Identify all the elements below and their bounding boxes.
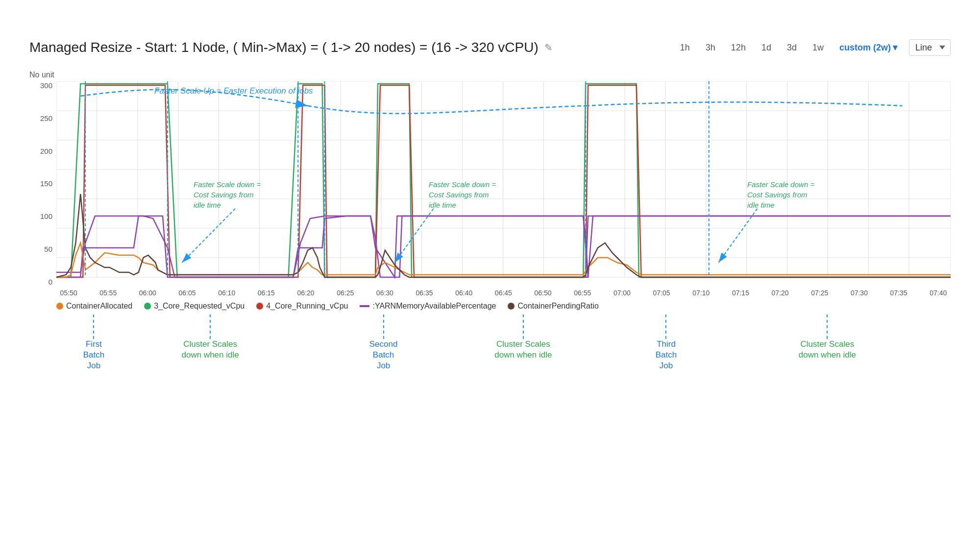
chart-svg-container: Faster Scale Up = Faster Execution of jo…	[56, 81, 951, 287]
x-label-0620: 06:20	[294, 289, 318, 297]
edit-icon[interactable]: ✎	[544, 42, 553, 53]
x-label-0645: 06:45	[491, 289, 515, 297]
scale-down-annotation-3: Faster Scale down =Cost Savings fromidle…	[747, 179, 814, 210]
y-label-150: 150	[40, 179, 52, 188]
y-label-50: 50	[44, 245, 52, 253]
x-axis: 05:50 05:55 06:00 06:05 06:10 06:15 06:2…	[56, 289, 951, 297]
legend-dot-container-allocated	[56, 303, 63, 310]
annotation-cluster-down-1: Cluster Scalesdown when idle	[182, 314, 239, 360]
x-label-0735: 07:35	[886, 289, 911, 297]
x-label-0725: 07:25	[808, 289, 832, 297]
legend-container-pending: ContainerPendingRatio	[508, 302, 598, 311]
svg-line-37	[182, 209, 235, 263]
x-label-0555: 05:55	[96, 289, 121, 297]
x-label-0715: 07:15	[728, 289, 753, 297]
legend-container-allocated: ContainerAllocated	[56, 302, 132, 311]
x-label-0640: 06:40	[452, 289, 476, 297]
no-unit-label: No unit	[29, 71, 951, 79]
chart-type-select[interactable]: Line Bar Area	[909, 39, 951, 56]
annotation-cluster-down-3-label: Cluster Scalesdown when idle	[799, 339, 856, 360]
legend-line-yarn	[360, 305, 369, 307]
bottom-annotations-area: FirstBatchJob Cluster Scalesdown when id…	[56, 314, 951, 388]
annotation-cluster-down-3: Cluster Scalesdown when idle	[799, 314, 856, 360]
chart-area: No unit 300 250 200 150 100 50 0	[29, 71, 951, 388]
chart-title: Managed Resize - Start: 1 Node, ( Min->M…	[29, 40, 553, 55]
x-label-0635: 06:35	[412, 289, 437, 297]
annotation-first-batch: FirstBatchJob	[83, 314, 104, 371]
x-label-0740: 07:40	[926, 289, 951, 297]
annotation-cluster-down-2: Cluster Scalesdown when idle	[494, 314, 552, 360]
chevron-down-icon: ▾	[893, 42, 897, 53]
legend-dot-container-pending	[508, 303, 514, 310]
y-label-200: 200	[40, 147, 52, 155]
legend-label-3core: 3_Core_Requested_vCpu	[154, 302, 245, 311]
legend-label-4core: 4_Core_Running_vCpu	[266, 302, 348, 311]
header-row: Managed Resize - Start: 1 Node, ( Min->M…	[29, 39, 951, 56]
annotation-cluster-down-2-label: Cluster Scalesdown when idle	[494, 339, 552, 360]
x-label-0655: 06:55	[570, 289, 595, 297]
x-label-0730: 07:30	[847, 289, 871, 297]
legend-row: ContainerAllocated 3_Core_Requested_vCpu…	[56, 302, 951, 311]
y-label-250: 250	[40, 114, 52, 122]
chart-wrapper: 300 250 200 150 100 50 0	[29, 81, 951, 287]
x-label-0710: 07:10	[689, 289, 713, 297]
legend-label-container-pending: ContainerPendingRatio	[517, 302, 598, 311]
annotation-third-batch-label: ThirdBatchJob	[656, 339, 677, 371]
x-label-0605: 06:05	[175, 289, 199, 297]
x-label-0720: 07:20	[768, 289, 792, 297]
annotation-first-batch-label: FirstBatchJob	[83, 339, 104, 371]
annotation-third-batch: ThirdBatchJob	[656, 314, 677, 371]
time-btn-12h[interactable]: 12h	[727, 41, 750, 55]
x-label-0625: 06:25	[333, 289, 358, 297]
x-label-0700: 07:00	[610, 289, 634, 297]
x-label-0615: 06:15	[254, 289, 278, 297]
legend-3core: 3_Core_Requested_vCpu	[144, 302, 245, 311]
time-btn-3h[interactable]: 3h	[702, 41, 719, 55]
x-label-0650: 06:50	[531, 289, 555, 297]
legend-dot-3core	[144, 303, 151, 310]
y-label-100: 100	[40, 212, 52, 220]
annotation-second-batch: SecondBatchJob	[369, 314, 398, 371]
legend-dot-4core	[256, 303, 263, 310]
legend-label-container-allocated: ContainerAllocated	[66, 302, 132, 311]
time-btn-custom[interactable]: custom (2w) ▾	[835, 40, 901, 55]
legend-label-yarn: :YARNMemoryAvailablePercentage	[372, 302, 496, 311]
annotation-second-batch-label: SecondBatchJob	[369, 339, 398, 371]
time-btn-1w[interactable]: 1w	[808, 41, 828, 55]
y-label-300: 300	[40, 81, 52, 90]
scale-down-annotation-1: Faster Scale down =Cost Savings fromidle…	[194, 179, 261, 210]
faster-scale-up-annotation: Faster Scale Up = Faster Execution of jo…	[154, 86, 313, 96]
custom-label: custom (2w)	[839, 43, 891, 53]
chart-svg	[56, 81, 951, 287]
y-label-0: 0	[49, 278, 52, 286]
title-text: Managed Resize - Start: 1 Node, ( Min->M…	[29, 40, 539, 55]
x-label-0600: 06:00	[135, 289, 160, 297]
scale-down-annotation-2: Faster Scale down =Cost Savings fromidle…	[429, 179, 496, 210]
time-btn-1d[interactable]: 1d	[758, 41, 775, 55]
x-label-0550: 05:50	[56, 289, 81, 297]
annotation-cluster-down-1-label: Cluster Scalesdown when idle	[182, 339, 239, 360]
x-label-0610: 06:10	[215, 289, 239, 297]
legend-yarn: :YARNMemoryAvailablePercentage	[360, 302, 496, 311]
y-axis: 300 250 200 150 100 50 0	[29, 81, 56, 287]
time-btn-3d[interactable]: 3d	[783, 41, 801, 55]
svg-line-39	[718, 209, 757, 263]
controls-row: 1h 3h 12h 1d 3d 1w custom (2w) ▾ Line Ba…	[676, 39, 951, 56]
time-btn-1h[interactable]: 1h	[676, 41, 694, 55]
legend-4core: 4_Core_Running_vCpu	[256, 302, 348, 311]
x-label-0705: 07:05	[649, 289, 674, 297]
x-label-0630: 06:30	[372, 289, 397, 297]
